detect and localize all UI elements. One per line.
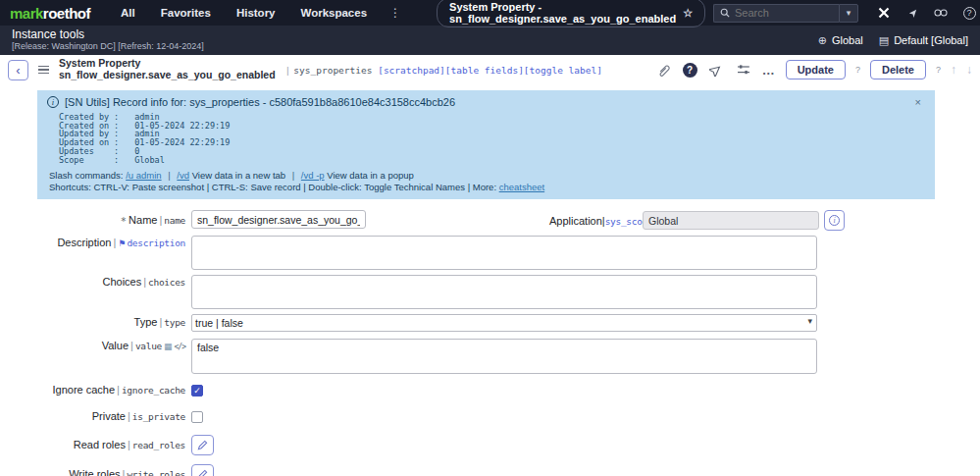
choices-field-label: Choices|choices [0,275,191,290]
name-input[interactable] [191,210,366,229]
read-roles-field-label: Read roles|read_roles [0,438,191,452]
slash-vd-p-link[interactable]: /vd -p [301,170,325,181]
scope-picker[interactable]: ⊕ Global [818,34,863,47]
back-button[interactable]: ‹ [8,60,28,80]
field-row-name: ∗Name|name Application|sys_scope i [0,210,980,229]
form-context-menu[interactable] [36,64,51,77]
record-info-banner: i [SN Utils] Record info for: sys_proper… [37,90,935,199]
application-reference-info-button[interactable]: i [824,210,845,231]
pencil-icon [197,469,208,476]
search-input[interactable] [735,7,823,19]
search-icon [720,8,730,18]
value-textarea[interactable]: false [191,339,817,374]
sliders-icon [737,64,750,76]
globe-icon: ⊕ [818,34,827,47]
value-grid-icon[interactable]: ▦ [164,342,173,351]
snutils-help-button[interactable]: ? [683,63,697,78]
next-record-button[interactable]: ↓ [966,63,972,77]
write-roles-field-label: Write roles|write_roles [0,467,191,476]
instance-subheader: Instance tools [Release: Washington DC] … [0,26,980,55]
cursor-arrow-icon [907,8,918,19]
translate-flag-icon: ⚑ [118,238,126,248]
search-scope-dropdown[interactable]: ▾ [839,4,858,23]
brand-logo[interactable]: markroethof [10,5,90,22]
read-roles-edit-button[interactable] [191,435,214,455]
update-set-label: Default [Global] [894,34,968,46]
type-field-label: Type|type [0,315,191,330]
ignore-cache-checkbox[interactable]: ✓ [191,385,203,397]
current-record-label: System Property - sn_flow_designer.save_… [449,1,676,25]
private-field-label: Private|is_private [0,409,191,424]
paperclip-icon [657,64,670,77]
chat-bubbles-icon [934,8,948,18]
meta-row: Scope:Global [59,156,925,165]
instance-title: Instance tools [12,28,204,41]
logo-part-white: roethof [43,5,90,22]
description-tech-link[interactable]: description [127,238,185,248]
scope-label: Global [832,34,863,46]
check-icon: ✓ [193,386,201,396]
nav-item-workspaces[interactable]: Workspaces [292,7,377,19]
meta-row: Created on:01-05-2024 22:29:19 [59,122,925,131]
snutils-icon[interactable] [876,5,892,21]
field-row-value: Value|value▦</> false [0,339,980,374]
description-textarea[interactable] [191,236,817,270]
update-button[interactable]: Update [786,60,846,79]
field-row-private: Private|is_private [0,409,980,424]
write-roles-edit-button[interactable] [191,464,214,476]
field-row-choices: Choices|choices [0,275,980,309]
private-checkbox[interactable] [191,411,203,423]
attachment-button[interactable] [655,61,673,79]
slash-u-admin-link[interactable]: /u admin [126,170,161,181]
table-name: sys_properties [293,65,372,76]
description-field-label: Description|⚑description [0,236,191,251]
pencil-icon [197,440,208,450]
top-nav: markroethof All Favorites History Worksp… [0,0,980,26]
personalize-form-button[interactable] [735,61,752,79]
delete-button[interactable]: Delete [870,60,926,79]
table-technical-info: |sys_properties [scratchpad][table field… [285,65,602,76]
shortcuts-line: Shortcuts: CTRL-V: Paste screenshot | CT… [49,182,925,193]
field-row-read-roles: Read roles|read_roles [0,435,980,455]
more-options-button[interactable]: … [762,63,776,78]
application-input [643,211,819,230]
logo-part-green: mark [10,5,43,22]
type-select[interactable]: true | false [191,314,817,332]
question-circle-icon: ? [963,7,976,20]
chevron-left-icon: ‹ [16,63,20,78]
cheatsheet-link[interactable]: cheatsheet [499,182,544,192]
favorite-star-icon[interactable]: ☆ [683,7,693,20]
previous-record-button[interactable]: ↑ [951,63,956,77]
field-application: Application|sys_scope i [549,210,845,231]
update-set-icon: ▤ [879,34,889,47]
update-shortcut-hint: ? [855,65,860,75]
current-record-pill[interactable]: System Property - sn_flow_designer.save_… [437,0,705,27]
paper-plane-icon [709,64,722,77]
share-button[interactable] [707,61,725,79]
x-tool-icon [878,7,890,19]
field-row-ignore-cache: Ignore cache|ignore_cache ✓ [0,383,980,397]
info-circle-icon: i [829,215,840,226]
nav-item-history[interactable]: History [228,7,284,19]
nav-item-all[interactable]: All [112,7,144,19]
record-form: ∗Name|name Application|sys_scope i Descr… [0,205,980,476]
choices-textarea[interactable] [191,275,817,309]
slash-commands-line: Slash commands: /u admin | /vd View data… [49,170,925,182]
connect-chat-icon[interactable] [933,5,949,21]
snutils-table-links[interactable]: [scratchpad][table fields][toggle label] [378,65,602,76]
search-box[interactable] [713,4,839,23]
ignore-cache-field-label: Ignore cache|ignore_cache [0,383,191,397]
banner-close-icon[interactable]: × [915,96,921,108]
global-search: ▾ [713,4,858,23]
pointer-icon[interactable] [904,5,920,21]
help-icon[interactable]: ? [961,5,977,21]
update-set-picker[interactable]: ▤ Default [Global] [879,34,968,47]
value-code-icon[interactable]: </> [175,343,185,351]
form-title: System Property sn_flow_designer.save_as… [59,58,276,81]
value-field-label: Value|value▦</> [0,339,191,354]
meta-row: Updated on:01-05-2024 22:29:19 [59,138,925,147]
delete-shortcut-hint: ? [936,65,941,75]
nav-overflow-icon[interactable]: ⋮ [384,6,407,20]
nav-item-favorites[interactable]: Favorites [152,7,220,19]
slash-vd-link[interactable]: /vd [177,170,189,181]
